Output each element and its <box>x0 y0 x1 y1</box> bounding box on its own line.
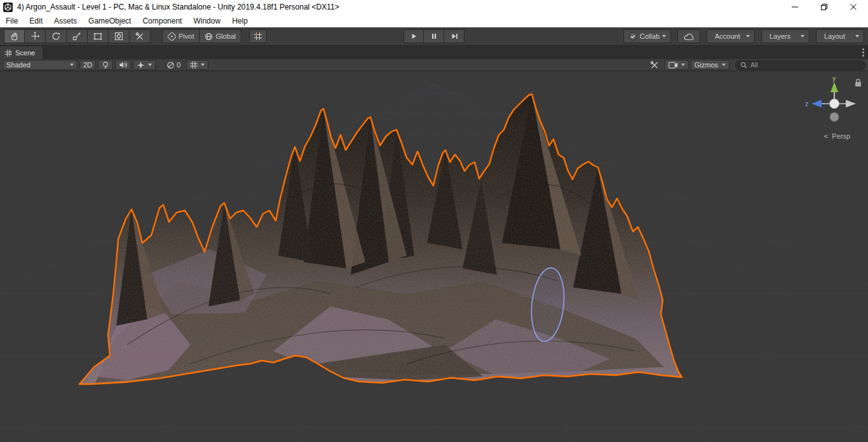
pivot-icon <box>168 32 176 41</box>
menu-help[interactable]: Help <box>226 14 254 27</box>
layout-dropdown-button[interactable]: Layout <box>816 29 864 43</box>
main-toolbar: Pivot Global Collab <box>0 27 868 46</box>
camera-icon <box>668 62 678 69</box>
window-title: 4) Argon_Assault - Level 1 - PC, Mac & L… <box>17 3 339 11</box>
gizmos-dropdown[interactable]: Gizmos <box>691 60 729 70</box>
chevron-down-icon <box>70 64 74 66</box>
lighting-toggle-button[interactable] <box>98 60 113 70</box>
shading-mode-dropdown[interactable]: Shaded <box>3 60 78 70</box>
scale-tool-button[interactable] <box>67 29 88 43</box>
play-controls <box>403 29 465 43</box>
chevron-down-icon <box>722 64 726 66</box>
axis-negative-handle[interactable] <box>830 113 839 121</box>
search-icon <box>740 62 747 69</box>
grid-snapping-button[interactable] <box>249 29 267 43</box>
rect-tool-button[interactable] <box>88 29 109 43</box>
hand-icon <box>10 31 20 41</box>
pivot-label: Pivot <box>179 32 194 40</box>
transform-tool-button[interactable] <box>109 29 130 43</box>
menu-gameobject[interactable]: GameObject <box>83 14 137 27</box>
cloud-services-button[interactable] <box>677 29 700 43</box>
play-button[interactable] <box>403 29 424 43</box>
menu-edit[interactable]: Edit <box>24 14 48 27</box>
effects-icon <box>137 61 145 69</box>
chevron-down-icon <box>201 64 205 66</box>
tab-menu-button[interactable] <box>862 48 864 57</box>
component-tools-button[interactable] <box>646 60 663 70</box>
layers-label: Layers <box>770 32 790 40</box>
terrain-mesh[interactable] <box>79 94 682 384</box>
lock-icon[interactable] <box>854 78 862 87</box>
axis-y-label: y <box>832 76 836 82</box>
custom-editor-tool-button[interactable] <box>130 29 151 43</box>
menu-bar: File Edit Assets GameObject Component Wi… <box>0 14 868 27</box>
menu-assets[interactable]: Assets <box>48 14 83 27</box>
step-icon <box>450 32 459 41</box>
account-label: Account <box>715 32 740 40</box>
menu-component[interactable]: Component <box>137 14 187 27</box>
pause-icon <box>430 32 438 41</box>
axis-z-label: z <box>805 100 808 107</box>
scene-tab-icon <box>5 50 12 57</box>
2d-label: 2D <box>83 61 92 69</box>
custom-tools-icon <box>135 31 145 41</box>
scale-icon <box>72 31 82 41</box>
hidden-objects-toggle[interactable]: 0 <box>163 60 184 70</box>
toolbar-right-cluster: Collab Account Layers Layout <box>617 29 864 43</box>
rotate-icon <box>51 31 61 41</box>
scene-camera-dropdown[interactable] <box>665 60 689 70</box>
tools-icon <box>650 60 659 69</box>
layout-label: Layout <box>824 32 845 40</box>
move-tool-button[interactable] <box>25 29 46 43</box>
transform-tools-group <box>4 29 151 43</box>
layers-dropdown-button[interactable]: Layers <box>761 29 810 43</box>
collab-dropdown-button[interactable]: Collab <box>623 29 671 43</box>
close-icon <box>850 4 857 10</box>
effects-dropdown-button[interactable] <box>133 60 156 70</box>
step-button[interactable] <box>444 29 465 43</box>
account-dropdown-button[interactable]: Account <box>707 29 755 43</box>
close-button[interactable] <box>839 0 868 14</box>
global-label: Global <box>215 32 236 40</box>
axis-x-cone[interactable] <box>846 100 856 107</box>
pivot-toggle-button[interactable]: Pivot <box>162 29 200 43</box>
shading-mode-label: Shaded <box>6 61 31 69</box>
rotate-tool-button[interactable] <box>46 29 67 43</box>
chevron-down-icon <box>801 35 804 38</box>
scene-search-field[interactable]: All <box>735 60 865 70</box>
projection-toggle[interactable]: < Persp <box>824 132 850 140</box>
restore-icon <box>821 4 827 10</box>
pivot-global-group: Pivot Global <box>162 29 241 43</box>
scene-toolbar-right: Gizmos All <box>646 60 865 70</box>
speaker-icon <box>119 61 127 69</box>
grid-icon <box>190 61 198 69</box>
axis-z-cone[interactable] <box>811 100 822 107</box>
grid-visibility-dropdown[interactable] <box>186 60 208 70</box>
lightbulb-icon <box>102 61 109 69</box>
play-icon <box>409 32 418 41</box>
move-icon <box>30 31 40 41</box>
pause-button[interactable] <box>424 29 444 43</box>
hand-tool-button[interactable] <box>4 29 25 43</box>
2d-toggle-button[interactable]: 2D <box>79 60 96 70</box>
search-filter-value: All <box>750 61 758 69</box>
gizmo-center-sphere[interactable] <box>830 99 839 109</box>
tab-scene[interactable]: Scene <box>0 46 43 59</box>
scene-render <box>0 71 868 442</box>
chevron-down-icon <box>148 64 152 66</box>
scene-viewport[interactable]: y z < Persp <box>0 71 868 442</box>
menu-window[interactable]: Window <box>187 14 226 27</box>
projection-label: Persp <box>832 132 850 140</box>
chevron-down-icon <box>746 35 750 38</box>
audio-toggle-button[interactable] <box>115 60 131 70</box>
scene-view-toolbar: Shaded 2D 0 <box>0 59 868 71</box>
global-toggle-button[interactable]: Global <box>200 29 241 43</box>
window-titlebar: 4) Argon_Assault - Level 1 - PC, Mac & L… <box>0 0 868 14</box>
collab-label: Collab <box>640 32 660 40</box>
visibility-off-icon <box>166 61 175 69</box>
maximize-button[interactable] <box>810 0 839 14</box>
axis-y-cone[interactable] <box>831 82 838 92</box>
minimize-button[interactable] <box>780 0 810 14</box>
menu-file[interactable]: File <box>0 14 24 27</box>
chevron-down-icon <box>855 35 859 38</box>
